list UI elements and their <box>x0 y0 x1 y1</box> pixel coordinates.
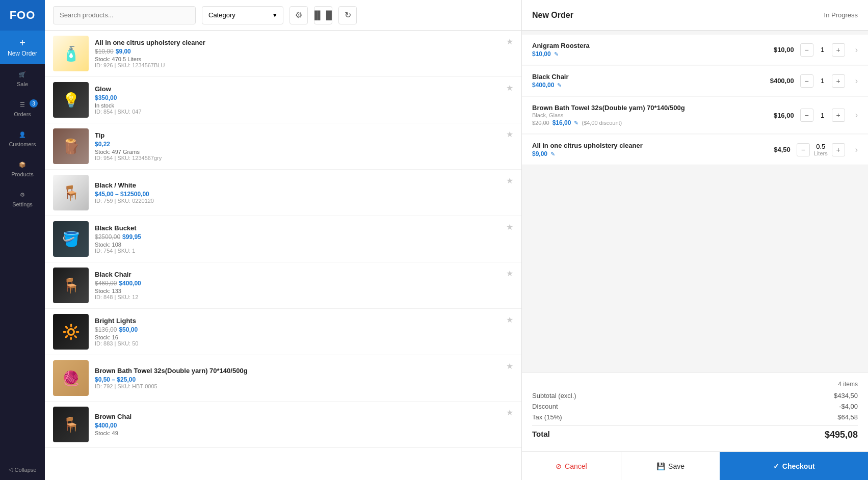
product-price: $400,00 <box>95 421 513 429</box>
order-item-expand-icon[interactable]: › <box>855 111 858 120</box>
order-item-total: $10,00 <box>758 46 794 54</box>
qty-decrease-button[interactable]: − <box>797 143 810 156</box>
order-item-name: Black Chair <box>532 73 752 81</box>
sidebar: FOO + New Order 🛒 Sale ☰ Orders 3 👤 Cust… <box>0 0 45 480</box>
order-totals: 4 items Subtotal (excl.) $434,50 Discoun… <box>522 372 868 451</box>
product-favorite-icon[interactable]: ★ <box>506 129 513 139</box>
sidebar-item-sale[interactable]: 🛒 Sale <box>0 64 45 94</box>
product-thumbnail: 🧴 <box>53 36 89 71</box>
category-select[interactable]: Category ▾ <box>202 6 283 24</box>
product-info: All in one citrus upholstery cleaner$10,… <box>95 39 513 68</box>
edit-price-icon[interactable]: ✎ <box>557 82 562 89</box>
product-price: $2500,00$99,95 <box>95 233 513 241</box>
product-favorite-icon[interactable]: ★ <box>506 83 513 93</box>
product-price-old: $460,00 <box>95 280 117 287</box>
product-stock: Stock: 49 <box>95 430 513 436</box>
edit-price-icon[interactable]: ✎ <box>554 51 559 58</box>
save-button[interactable]: 💾 Save <box>621 452 720 480</box>
order-item-price-line: $10,00✎ <box>532 50 752 58</box>
checkmark-icon: ✓ <box>773 462 779 470</box>
product-id-sku: ID: 754 | SKU: 1 <box>95 248 513 254</box>
product-item[interactable]: 🪑Black / White$45,00 – $12500,00ID: 759 … <box>45 170 521 216</box>
collapse-label: Collapse <box>15 467 37 473</box>
sidebar-label-products: Products <box>11 171 33 177</box>
barcode-button[interactable]: ▐▌▐▌ <box>314 6 332 24</box>
product-info: Black Chair$460,00$400,00Stock: 133ID: 8… <box>95 271 513 300</box>
product-favorite-icon[interactable]: ★ <box>506 222 513 232</box>
sidebar-label-sale: Sale <box>17 81 28 87</box>
product-item[interactable]: 🪑Black Chair$460,00$400,00Stock: 133ID: … <box>45 262 521 309</box>
edit-price-icon[interactable]: ✎ <box>550 151 555 157</box>
checkout-button[interactable]: ✓ Checkout <box>720 452 868 480</box>
qty-increase-button[interactable]: + <box>832 74 845 88</box>
subtotal-label: Subtotal (excl.) <box>532 392 576 399</box>
order-item-expand-icon[interactable]: › <box>855 76 858 86</box>
product-price-old: $10,00 <box>95 48 114 55</box>
product-item[interactable]: 🪣Black Bucket$2500,00$99,95Stock: 108ID:… <box>45 216 521 262</box>
product-item[interactable]: 🪑Brown Chai$400,00Stock: 49★ <box>45 402 521 448</box>
product-info: Bright Lights$136,00$50,00Stock: 16ID: 8… <box>95 317 513 346</box>
tax-value: $64,58 <box>837 413 858 421</box>
qty-increase-button[interactable]: + <box>832 143 845 156</box>
product-favorite-icon[interactable]: ★ <box>506 269 513 278</box>
qty-control: −1+ <box>800 43 845 57</box>
order-item-price-line: $400,00✎ <box>532 82 752 89</box>
barcode-icon: ▐▌▐▌ <box>311 11 334 20</box>
product-favorite-icon[interactable]: ★ <box>506 408 513 417</box>
product-item[interactable]: 🧴All in one citrus upholstery cleaner$10… <box>45 31 521 77</box>
sidebar-item-products[interactable]: 📦 Products <box>0 154 45 184</box>
order-footer: ⊘ Cancel 💾 Save ✓ Checkout <box>522 451 868 480</box>
qty-increase-button[interactable]: + <box>832 109 845 122</box>
edit-price-icon[interactable]: ✎ <box>574 120 578 126</box>
product-info: Brown Chai$400,00Stock: 49 <box>95 413 513 436</box>
settings-icon: ⚙ <box>20 192 25 198</box>
products-icon: 📦 <box>19 162 26 168</box>
total-label: Total <box>532 430 550 440</box>
qty-increase-button[interactable]: + <box>832 43 845 57</box>
category-label: Category <box>208 11 235 19</box>
qty-decrease-button[interactable]: − <box>800 43 813 57</box>
product-stock: Stock: 470.5 Liters <box>95 56 513 62</box>
order-item-total: $4,50 <box>755 146 791 153</box>
order-item-price-new: $9,00 <box>532 150 547 157</box>
order-panel-header: New Order In Progress <box>522 0 868 31</box>
filter-button[interactable]: ⚙ <box>290 6 308 24</box>
cancel-button[interactable]: ⊘ Cancel <box>522 452 621 480</box>
product-name: Black Bucket <box>95 224 513 232</box>
sidebar-item-settings[interactable]: ⚙ Settings <box>0 184 45 215</box>
search-input[interactable] <box>53 6 196 24</box>
product-thumbnail: 🧶 <box>53 360 89 396</box>
order-item: Black Chair$400,00✎$400,00−1+› <box>522 66 868 96</box>
product-favorite-icon[interactable]: ★ <box>506 315 513 325</box>
subtotal-row: Subtotal (excl.) $434,50 <box>532 392 858 399</box>
product-favorite-icon[interactable]: ★ <box>506 37 513 46</box>
new-order-button[interactable]: + New Order <box>0 31 45 64</box>
product-list: 🧴All in one citrus upholstery cleaner$10… <box>45 31 521 480</box>
sidebar-item-orders[interactable]: ☰ Orders 3 <box>0 94 45 124</box>
topbar: Category ▾ ⚙ ▐▌▐▌ ↻ <box>45 0 521 31</box>
cancel-label: Cancel <box>565 462 587 470</box>
product-id-sku: ID: 954 | SKU: 1234567gry <box>95 155 513 161</box>
product-price-new: $9,00 <box>116 48 131 55</box>
qty-decrease-button[interactable]: − <box>800 74 813 88</box>
refresh-icon: ↻ <box>345 10 351 20</box>
product-info: Brown Bath Towel 32s(Double yarn) 70*140… <box>95 367 513 389</box>
chevron-down-icon: ▾ <box>273 11 277 19</box>
product-item[interactable]: 🔆Bright Lights$136,00$50,00Stock: 16ID: … <box>45 309 521 355</box>
product-item[interactable]: 🪵Tip$0,22Stock: 497 GramsID: 954 | SKU: … <box>45 123 521 170</box>
product-thumbnail: 🪑 <box>53 175 89 210</box>
collapse-button[interactable]: ◁ Collapse <box>9 459 37 480</box>
product-info: Black / White$45,00 – $12500,00ID: 759 |… <box>95 181 513 204</box>
refresh-button[interactable]: ↻ <box>338 6 357 24</box>
main-area: Category ▾ ⚙ ▐▌▐▌ ↻ 🧴All in one citrus u… <box>45 0 521 480</box>
qty-decrease-button[interactable]: − <box>800 109 813 122</box>
product-favorite-icon[interactable]: ★ <box>506 361 513 371</box>
order-item-expand-icon[interactable]: › <box>855 145 858 154</box>
qty-value: 1 <box>818 46 828 54</box>
product-name: Black / White <box>95 181 513 189</box>
sidebar-item-customers[interactable]: 👤 Customers <box>0 124 45 154</box>
product-item[interactable]: 💡Glow$350,00In stockID: 854 | SKU: 047★ <box>45 77 521 123</box>
product-favorite-icon[interactable]: ★ <box>506 176 513 185</box>
order-item-expand-icon[interactable]: › <box>855 45 858 55</box>
product-item[interactable]: 🧶Brown Bath Towel 32s(Double yarn) 70*14… <box>45 355 521 402</box>
